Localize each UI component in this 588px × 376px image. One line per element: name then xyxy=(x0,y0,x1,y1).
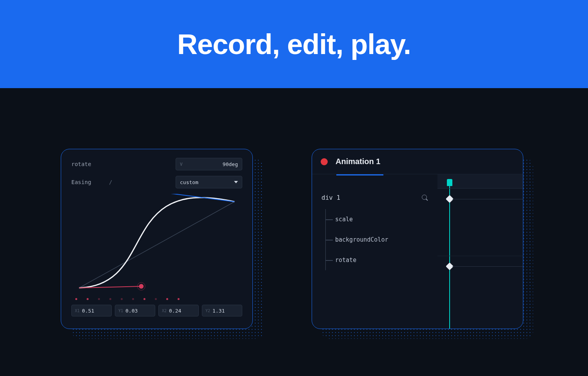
rotate-value: 90deg xyxy=(223,161,238,167)
curve-markers xyxy=(71,298,242,300)
rotate-value-input[interactable]: V 90deg xyxy=(176,158,242,170)
property-tree: scale backgroundColor rotate xyxy=(325,209,428,270)
search-icon[interactable] xyxy=(422,195,428,201)
hero-banner: Record, edit, play. xyxy=(0,0,588,88)
rotate-row: rotate V 90deg xyxy=(71,158,242,170)
timeline-header: Animation 1 xyxy=(312,149,523,174)
record-icon[interactable] xyxy=(321,158,328,165)
bezier-inputs-row: X1 0.51 Y1 0.03 X2 0.24 Y2 1.31 xyxy=(71,305,242,316)
bezier-curve-canvas[interactable] xyxy=(71,194,242,296)
easing-select[interactable]: custom xyxy=(176,176,242,188)
tracks-column: div 1 scale backgroundColor rotate xyxy=(312,174,437,329)
bezier-y1-input[interactable]: Y1 0.03 xyxy=(115,305,155,316)
element-row[interactable]: div 1 xyxy=(321,194,428,201)
timeline-panel: Animation 1 div 1 scale backgroundColor … xyxy=(312,149,523,329)
rotate-label: rotate xyxy=(71,161,103,167)
timeline-ruler[interactable] xyxy=(437,174,523,188)
easing-label: Easing xyxy=(71,179,103,185)
element-name: div 1 xyxy=(321,194,340,201)
property-background-color[interactable]: backgroundColor xyxy=(326,230,428,250)
svg-line-1 xyxy=(143,194,234,202)
hero-headline: Record, edit, play. xyxy=(177,28,411,60)
easing-row: Easing / custom xyxy=(71,176,242,188)
easing-separator: / xyxy=(109,179,112,185)
bezier-x2-input[interactable]: X2 0.24 xyxy=(158,305,199,316)
property-rotate[interactable]: rotate xyxy=(326,250,428,270)
keyframe-row-rotate[interactable] xyxy=(437,188,523,209)
svg-point-4 xyxy=(139,284,143,289)
bezier-y2-input[interactable]: Y2 1.31 xyxy=(202,305,242,316)
rotate-indicator: V xyxy=(180,162,183,167)
easing-value: custom xyxy=(180,179,198,185)
property-scale[interactable]: scale xyxy=(326,209,428,230)
chevron-down-icon xyxy=(234,181,238,183)
playhead-handle[interactable] xyxy=(447,179,452,186)
bezier-x1-input[interactable]: X1 0.51 xyxy=(71,305,112,316)
easing-editor-panel: rotate V 90deg Easing / custom xyxy=(61,149,253,329)
stage: rotate V 90deg Easing / custom xyxy=(0,88,588,376)
timeline-column xyxy=(437,174,523,329)
animation-title[interactable]: Animation 1 xyxy=(336,157,380,166)
keyframe-row-scale[interactable] xyxy=(437,256,523,276)
